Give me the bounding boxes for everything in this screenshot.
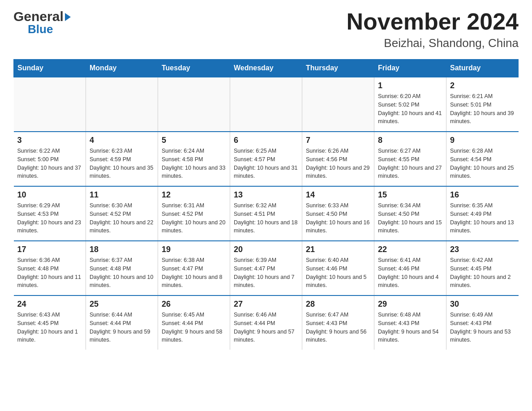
calendar-week-row: 1Sunrise: 6:20 AM Sunset: 5:02 PM Daylig… (14, 77, 519, 132)
day-number: 8 (378, 136, 442, 145)
calendar-cell: 1Sunrise: 6:20 AM Sunset: 5:02 PM Daylig… (374, 77, 446, 132)
calendar-cell: 20Sunrise: 6:39 AM Sunset: 4:47 PM Dayli… (230, 241, 302, 295)
page-header: General Blue November 2024 Beizhai, Shan… (13, 9, 519, 50)
logo-triangle-icon (65, 13, 71, 21)
day-info: Sunrise: 6:49 AM Sunset: 4:43 PM Dayligh… (450, 311, 515, 344)
day-info: Sunrise: 6:48 AM Sunset: 4:43 PM Dayligh… (378, 311, 442, 344)
day-number: 25 (90, 300, 154, 309)
calendar-title: November 2024 (347, 9, 519, 34)
calendar-cell: 10Sunrise: 6:29 AM Sunset: 4:53 PM Dayli… (14, 186, 86, 241)
day-info: Sunrise: 6:40 AM Sunset: 4:46 PM Dayligh… (306, 256, 370, 290)
calendar-cell: 30Sunrise: 6:49 AM Sunset: 4:43 PM Dayli… (446, 295, 519, 350)
calendar-cell: 12Sunrise: 6:31 AM Sunset: 4:52 PM Dayli… (158, 186, 230, 241)
day-info: Sunrise: 6:43 AM Sunset: 4:45 PM Dayligh… (17, 311, 82, 344)
day-number: 19 (162, 245, 226, 254)
calendar-cell: 29Sunrise: 6:48 AM Sunset: 4:43 PM Dayli… (374, 295, 446, 350)
day-number: 4 (90, 136, 154, 145)
day-info: Sunrise: 6:24 AM Sunset: 4:58 PM Dayligh… (162, 147, 226, 180)
day-info: Sunrise: 6:37 AM Sunset: 4:48 PM Dayligh… (90, 256, 154, 290)
day-number: 12 (162, 190, 226, 200)
day-info: Sunrise: 6:46 AM Sunset: 4:44 PM Dayligh… (234, 311, 298, 344)
day-number: 24 (17, 300, 82, 309)
day-info: Sunrise: 6:39 AM Sunset: 4:47 PM Dayligh… (234, 256, 298, 290)
calendar-cell: 17Sunrise: 6:36 AM Sunset: 4:48 PM Dayli… (14, 241, 86, 295)
calendar-cell (158, 77, 230, 132)
calendar-cell: 24Sunrise: 6:43 AM Sunset: 4:45 PM Dayli… (14, 295, 86, 350)
calendar-cell: 22Sunrise: 6:41 AM Sunset: 4:46 PM Dayli… (374, 241, 446, 295)
day-number: 11 (90, 190, 154, 200)
day-info: Sunrise: 6:28 AM Sunset: 4:54 PM Dayligh… (450, 147, 515, 180)
header-friday: Friday (374, 60, 446, 77)
day-info: Sunrise: 6:25 AM Sunset: 4:57 PM Dayligh… (234, 147, 298, 180)
calendar-cell: 13Sunrise: 6:32 AM Sunset: 4:51 PM Dayli… (230, 186, 302, 241)
day-info: Sunrise: 6:41 AM Sunset: 4:46 PM Dayligh… (378, 256, 442, 290)
calendar-cell: 26Sunrise: 6:45 AM Sunset: 4:44 PM Dayli… (158, 295, 230, 350)
calendar-cell (302, 77, 374, 132)
day-info: Sunrise: 6:23 AM Sunset: 4:59 PM Dayligh… (90, 147, 154, 180)
logo-blue-text: Blue (28, 22, 53, 36)
calendar-cell: 14Sunrise: 6:33 AM Sunset: 4:50 PM Dayli… (302, 186, 374, 241)
day-number: 10 (17, 190, 82, 200)
calendar-cell: 6Sunrise: 6:25 AM Sunset: 4:57 PM Daylig… (230, 132, 302, 186)
logo-general-text: General (13, 9, 64, 24)
day-number: 26 (162, 300, 226, 309)
header-monday: Monday (86, 60, 158, 77)
header-wednesday: Wednesday (230, 60, 302, 77)
day-info: Sunrise: 6:22 AM Sunset: 5:00 PM Dayligh… (17, 147, 82, 180)
day-info: Sunrise: 6:21 AM Sunset: 5:01 PM Dayligh… (450, 92, 515, 126)
calendar-cell: 4Sunrise: 6:23 AM Sunset: 4:59 PM Daylig… (86, 132, 158, 186)
calendar-cell: 2Sunrise: 6:21 AM Sunset: 5:01 PM Daylig… (446, 77, 519, 132)
day-number: 2 (450, 81, 515, 90)
day-number: 17 (17, 245, 82, 254)
day-number: 15 (378, 190, 442, 200)
day-info: Sunrise: 6:30 AM Sunset: 4:52 PM Dayligh… (90, 201, 154, 235)
calendar-cell: 7Sunrise: 6:26 AM Sunset: 4:56 PM Daylig… (302, 132, 374, 186)
calendar-cell (14, 77, 86, 132)
day-number: 23 (450, 245, 515, 254)
day-number: 6 (234, 136, 298, 145)
day-number: 28 (306, 300, 370, 309)
day-number: 20 (234, 245, 298, 254)
day-number: 14 (306, 190, 370, 200)
calendar-cell: 3Sunrise: 6:22 AM Sunset: 5:00 PM Daylig… (14, 132, 86, 186)
day-number: 21 (306, 245, 370, 254)
calendar-cell: 5Sunrise: 6:24 AM Sunset: 4:58 PM Daylig… (158, 132, 230, 186)
day-number: 3 (17, 136, 82, 145)
day-info: Sunrise: 6:38 AM Sunset: 4:47 PM Dayligh… (162, 256, 226, 290)
calendar-cell: 23Sunrise: 6:42 AM Sunset: 4:45 PM Dayli… (446, 241, 519, 295)
calendar-cell: 15Sunrise: 6:34 AM Sunset: 4:50 PM Dayli… (374, 186, 446, 241)
day-number: 9 (450, 136, 515, 145)
day-info: Sunrise: 6:33 AM Sunset: 4:50 PM Dayligh… (306, 201, 370, 235)
day-number: 18 (90, 245, 154, 254)
calendar-cell: 8Sunrise: 6:27 AM Sunset: 4:55 PM Daylig… (374, 132, 446, 186)
day-number: 30 (450, 300, 515, 309)
day-number: 13 (234, 190, 298, 200)
day-info: Sunrise: 6:27 AM Sunset: 4:55 PM Dayligh… (378, 147, 442, 180)
calendar-cell: 11Sunrise: 6:30 AM Sunset: 4:52 PM Dayli… (86, 186, 158, 241)
calendar-subtitle: Beizhai, Shandong, China (347, 36, 519, 50)
calendar-cell: 25Sunrise: 6:44 AM Sunset: 4:44 PM Dayli… (86, 295, 158, 350)
day-info: Sunrise: 6:29 AM Sunset: 4:53 PM Dayligh… (17, 201, 82, 235)
calendar-cell (230, 77, 302, 132)
calendar-cell: 28Sunrise: 6:47 AM Sunset: 4:43 PM Dayli… (302, 295, 374, 350)
day-info: Sunrise: 6:42 AM Sunset: 4:45 PM Dayligh… (450, 256, 515, 290)
day-info: Sunrise: 6:31 AM Sunset: 4:52 PM Dayligh… (162, 201, 226, 235)
day-number: 27 (234, 300, 298, 309)
calendar-week-row: 3Sunrise: 6:22 AM Sunset: 5:00 PM Daylig… (14, 132, 519, 186)
header-thursday: Thursday (302, 60, 374, 77)
header-sunday: Sunday (14, 60, 86, 77)
calendar-week-row: 10Sunrise: 6:29 AM Sunset: 4:53 PM Dayli… (14, 186, 519, 241)
day-info: Sunrise: 6:36 AM Sunset: 4:48 PM Dayligh… (17, 256, 82, 290)
header-tuesday: Tuesday (158, 60, 230, 77)
logo: General Blue (13, 9, 71, 36)
day-info: Sunrise: 6:44 AM Sunset: 4:44 PM Dayligh… (90, 311, 154, 344)
calendar-cell: 16Sunrise: 6:35 AM Sunset: 4:49 PM Dayli… (446, 186, 519, 241)
calendar-header-row: SundayMondayTuesdayWednesdayThursdayFrid… (14, 60, 519, 77)
calendar-cell: 9Sunrise: 6:28 AM Sunset: 4:54 PM Daylig… (446, 132, 519, 186)
day-info: Sunrise: 6:26 AM Sunset: 4:56 PM Dayligh… (306, 147, 370, 180)
day-number: 5 (162, 136, 226, 145)
title-block: November 2024 Beizhai, Shandong, China (347, 9, 519, 50)
calendar-table: SundayMondayTuesdayWednesdayThursdayFrid… (13, 59, 519, 350)
calendar-cell: 27Sunrise: 6:46 AM Sunset: 4:44 PM Dayli… (230, 295, 302, 350)
day-info: Sunrise: 6:47 AM Sunset: 4:43 PM Dayligh… (306, 311, 370, 344)
